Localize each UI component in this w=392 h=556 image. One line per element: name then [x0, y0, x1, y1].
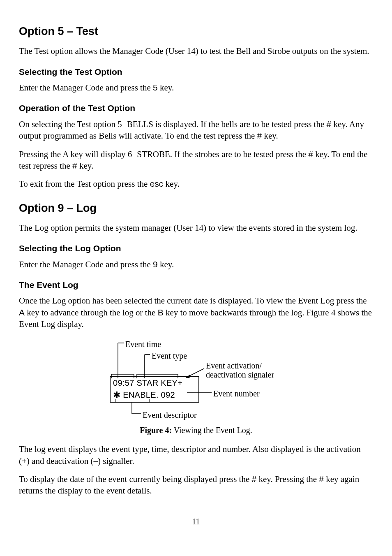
key-b: B	[158, 308, 164, 317]
text: key.	[77, 161, 93, 171]
selecting-test-text: Enter the Manager Code and press the 5 k…	[19, 82, 373, 93]
option9-intro: The Log option permits the system manage…	[19, 222, 373, 234]
text: BELLS is displayed. If the bells are to …	[127, 119, 327, 129]
heading-selecting-test: Selecting the Test Option	[19, 66, 373, 78]
key-9: 9	[153, 259, 158, 269]
text: key. Pressing the	[256, 474, 319, 484]
blank	[122, 126, 127, 126]
hash-key: #	[257, 131, 262, 140]
key-a: A	[19, 308, 25, 317]
heading-operation-test: Operation of the Test Option	[19, 102, 373, 114]
hash-key: #	[72, 161, 77, 170]
text: Enter the Manager Code and press the	[19, 259, 153, 269]
text: key.	[262, 131, 278, 141]
lcd-line2-text: ENABLE. 092	[120, 390, 175, 399]
figure-text: Viewing the Event Log.	[172, 426, 252, 435]
label-event-descriptor: Event descriptor	[143, 410, 197, 421]
selecting-log-text: Enter the Manager Code and press the 9 k…	[19, 259, 373, 270]
lcd-line1: 09:57 STAR KEY+	[113, 378, 196, 389]
heading-option5: Option 5 – Test	[19, 24, 373, 39]
blank	[132, 156, 137, 156]
text: To display the date of the event current…	[19, 474, 252, 484]
text: key to advance through the log or the	[25, 308, 158, 317]
text: Once the Log option has been selected th…	[19, 296, 367, 306]
option5-intro: The Test option allows the Manager Code …	[19, 45, 373, 57]
esc-key: esc	[150, 179, 164, 188]
lcd-line2: ✱ ENABLE. 092	[113, 389, 196, 401]
figure4-caption: Figure 4: Viewing the Event Log.	[19, 425, 373, 436]
hash-key: #	[319, 474, 324, 484]
star-icon: ✱	[113, 390, 120, 400]
text: STROBE. If the strobes are to be tested …	[137, 149, 308, 159]
hash-key: #	[327, 119, 332, 129]
label-event-time: Event time	[125, 339, 161, 350]
heading-selecting-log: Selecting the Log Option	[19, 243, 373, 254]
page-number: 11	[19, 516, 373, 527]
figure4-diagram: Event time Event type Event activation/ …	[19, 336, 373, 421]
text: key.	[158, 83, 174, 93]
text: key.	[158, 259, 174, 269]
lcd-display: 09:57 STAR KEY+ ✱ ENABLE. 092	[110, 376, 199, 403]
text: To exit from the Test option press the	[19, 179, 150, 189]
label-event-type: Event type	[152, 350, 187, 361]
text: Enter the Manager Code and press the	[19, 83, 153, 93]
hash-key: #	[252, 474, 257, 484]
heading-option9: Option 9 – Log	[19, 201, 373, 215]
text: Pressing the A key will display 6	[19, 149, 132, 159]
text: key.	[163, 179, 179, 189]
key-5: 5	[153, 83, 158, 92]
after-p1: The log event displays the event type, t…	[19, 443, 373, 467]
figure-label: Figure 4:	[140, 426, 172, 435]
operation-test-p3: To exit from the Test option press the e…	[19, 178, 373, 190]
after-p2: To display the date of the event current…	[19, 473, 373, 497]
event-log-p1: Once the Log option has been selected th…	[19, 295, 373, 330]
text: On selecting the Test option 5	[19, 119, 122, 129]
hash-key: #	[308, 149, 313, 159]
operation-test-p1: On selecting the Test option 5BELLS is d…	[19, 118, 373, 142]
label-event-signaler-b: deactivation signaler	[206, 369, 274, 380]
operation-test-p2: Pressing the A key will display 6STROBE.…	[19, 148, 373, 172]
heading-event-log: The Event Log	[19, 279, 373, 291]
label-event-number: Event number	[213, 388, 260, 399]
